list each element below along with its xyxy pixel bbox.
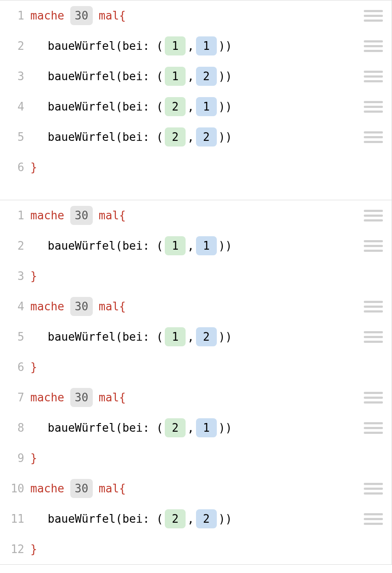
keyword-mache: mache	[30, 209, 64, 222]
line-number: 9	[0, 452, 30, 465]
keyword-mache: mache	[30, 9, 64, 22]
keyword-mal-brace: mal{	[99, 9, 126, 22]
line-content: mache30mal{	[30, 388, 359, 407]
line-content: }	[30, 270, 383, 283]
comma: ,	[187, 239, 194, 252]
call-open: baueWürfel(bei: (	[48, 100, 163, 113]
coord-x-input[interactable]: 2	[165, 127, 186, 147]
drag-handle-icon[interactable]	[364, 483, 383, 495]
line-content: baueWürfel(bei: (2,1))	[30, 418, 359, 437]
coord-y-input[interactable]: 1	[196, 36, 217, 55]
coord-y-input[interactable]: 1	[196, 236, 217, 255]
loop-count-input[interactable]: 30	[70, 479, 92, 498]
line-number: 3	[0, 270, 30, 283]
keyword-mal-brace: mal{	[99, 209, 126, 222]
drag-handle-icon[interactable]	[364, 10, 383, 22]
comma: ,	[187, 330, 194, 343]
line-content: baueWürfel(bei: (2,1))	[30, 97, 359, 116]
close-brace: }	[30, 361, 37, 374]
coord-x-input[interactable]: 1	[165, 327, 186, 346]
code-line: 3baueWürfel(bei: (1,2))	[0, 61, 392, 91]
line-content: baueWürfel(bei: (2,2))	[30, 509, 359, 528]
code-line: 12}	[0, 534, 392, 564]
call-open: baueWürfel(bei: (	[48, 70, 163, 83]
call-open: baueWürfel(bei: (	[48, 512, 163, 525]
call-close: ))	[219, 512, 232, 525]
drag-handle-icon[interactable]	[364, 71, 383, 82]
drag-handle-icon[interactable]	[364, 210, 383, 221]
call-close: ))	[219, 70, 232, 83]
line-content: mache30mal{	[30, 297, 359, 316]
code-line: 2baueWürfel(bei: (1,1))	[0, 31, 392, 61]
keyword-mal-brace: mal{	[99, 482, 126, 495]
code-line: 5baueWürfel(bei: (2,2))	[0, 122, 392, 152]
line-content: baueWürfel(bei: (1,2))	[30, 327, 359, 346]
drag-handle-icon[interactable]	[364, 131, 383, 143]
code-line: 1mache30mal{	[0, 0, 392, 31]
loop-count-input[interactable]: 30	[70, 206, 92, 225]
call-open: baueWürfel(bei: (	[48, 421, 163, 434]
call-close: ))	[219, 39, 232, 52]
code-panel: 1mache30mal{2baueWürfel(bei: (1,1))3baue…	[0, 0, 392, 200]
loop-count-input[interactable]: 30	[70, 388, 92, 407]
code-line: 4mache30mal{	[0, 291, 392, 322]
coord-y-input[interactable]: 2	[196, 127, 217, 147]
line-content: }	[30, 361, 383, 374]
coord-y-input[interactable]: 1	[196, 97, 217, 116]
code-line: 8baueWürfel(bei: (2,1))	[0, 413, 392, 443]
coord-x-input[interactable]: 1	[165, 67, 186, 86]
comma: ,	[187, 421, 194, 434]
keyword-mal-brace: mal{	[99, 391, 126, 404]
coord-y-input[interactable]: 2	[196, 327, 217, 346]
drag-handle-icon[interactable]	[364, 301, 383, 313]
coord-x-input[interactable]: 2	[165, 418, 186, 437]
loop-count-input[interactable]: 30	[70, 6, 92, 25]
call-close: ))	[219, 239, 232, 252]
drag-handle-icon[interactable]	[364, 513, 383, 525]
line-number: 6	[0, 161, 30, 174]
line-number: 6	[0, 361, 30, 374]
line-content: baueWürfel(bei: (1,2))	[30, 67, 359, 86]
line-number: 4	[0, 100, 30, 113]
close-brace: }	[30, 161, 37, 174]
line-content: }	[30, 543, 383, 556]
line-content: mache30mal{	[30, 479, 359, 498]
code-line: 4baueWürfel(bei: (2,1))	[0, 91, 392, 122]
call-close: ))	[219, 130, 232, 143]
loop-count-input[interactable]: 30	[70, 297, 92, 316]
call-open: baueWürfel(bei: (	[48, 130, 163, 143]
code-line: 1mache30mal{	[0, 200, 392, 231]
line-number: 1	[0, 9, 30, 22]
drag-handle-icon[interactable]	[364, 240, 383, 252]
keyword-mache: mache	[30, 391, 64, 404]
drag-handle-icon[interactable]	[364, 422, 383, 434]
call-open: baueWürfel(bei: (	[48, 330, 163, 343]
coord-x-input[interactable]: 2	[165, 97, 186, 116]
keyword-mache: mache	[30, 482, 64, 495]
line-number: 12	[0, 543, 30, 556]
drag-handle-icon[interactable]	[364, 331, 383, 343]
line-content: }	[30, 161, 383, 174]
coord-x-input[interactable]: 2	[165, 509, 186, 528]
drag-handle-icon[interactable]	[364, 40, 383, 52]
coord-y-input[interactable]: 1	[196, 418, 217, 437]
coord-y-input[interactable]: 2	[196, 67, 217, 86]
coord-x-input[interactable]: 1	[165, 236, 186, 255]
call-close: ))	[219, 330, 232, 343]
drag-handle-icon[interactable]	[364, 101, 383, 113]
coord-x-input[interactable]: 1	[165, 36, 186, 55]
code-line: 11baueWürfel(bei: (2,2))	[0, 504, 392, 534]
line-number: 5	[0, 330, 30, 343]
code-line: 6}	[0, 152, 392, 182]
coord-y-input[interactable]: 2	[196, 509, 217, 528]
line-number: 3	[0, 70, 30, 83]
drag-handle-icon[interactable]	[364, 392, 383, 404]
comma: ,	[187, 39, 194, 52]
line-number: 8	[0, 421, 30, 434]
line-number: 10	[0, 482, 30, 495]
line-content: baueWürfel(bei: (1,1))	[30, 36, 359, 55]
line-content: baueWürfel(bei: (2,2))	[30, 127, 359, 147]
code-line: 6}	[0, 352, 392, 382]
line-content: baueWürfel(bei: (1,1))	[30, 236, 359, 255]
call-open: baueWürfel(bei: (	[48, 239, 163, 252]
